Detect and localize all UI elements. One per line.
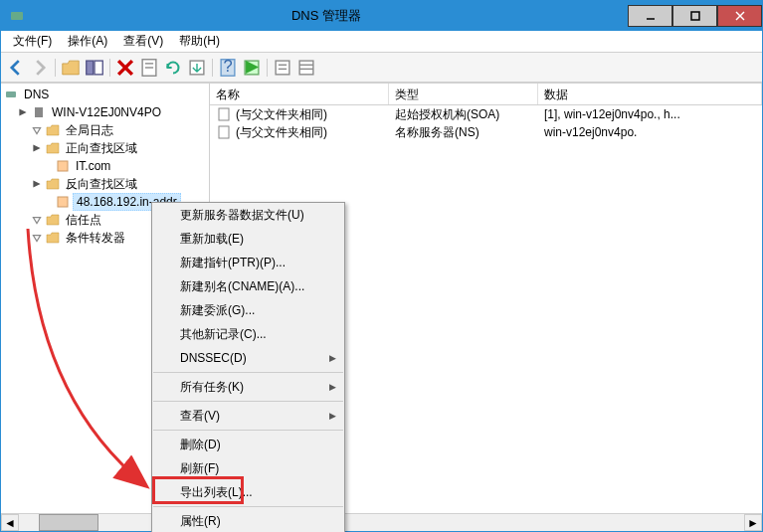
new-record-button[interactable]: ▶ — [241, 57, 263, 79]
cm-new-delegation[interactable]: 新建委派(G)... — [152, 298, 344, 322]
tree-forward-item[interactable]: IT.com — [3, 157, 207, 175]
menubar: 文件(F) 操作(A) 查看(V) 帮助(H) — [1, 31, 762, 53]
expander-icon[interactable] — [31, 178, 43, 190]
back-button[interactable] — [5, 57, 27, 79]
cell-type: 起始授权机构(SOA) — [389, 105, 538, 124]
tree-global-log[interactable]: 全局日志 — [3, 121, 207, 139]
toolbar-separator — [55, 59, 56, 77]
window-control-buttons — [628, 6, 762, 27]
cm-delete[interactable]: 删除(D) — [152, 433, 344, 456]
tree-label: 信任点 — [63, 211, 104, 230]
tree-label: 全局日志 — [63, 121, 116, 140]
list-row[interactable]: (与父文件夹相同) 名称服务器(NS) win-v12ej0nv4po. — [210, 123, 762, 141]
expander-icon[interactable] — [31, 214, 43, 226]
expander-icon[interactable] — [31, 232, 43, 244]
svg-rect-25 — [58, 161, 68, 171]
list-button[interactable] — [295, 57, 317, 79]
minimize-button[interactable] — [628, 5, 672, 27]
scroll-left-button[interactable]: ◄ — [1, 514, 19, 531]
delete-button[interactable] — [114, 57, 136, 79]
show-hide-tree-button[interactable] — [84, 57, 105, 79]
menu-help[interactable]: 帮助(H) — [171, 31, 228, 52]
column-name[interactable]: 名称 — [210, 84, 389, 104]
tree-label: WIN-V12EJ0NV4PO — [49, 104, 164, 120]
cm-all-tasks[interactable]: 所有任务(K) — [152, 375, 344, 399]
tree-label: 反向查找区域 — [63, 175, 140, 194]
svg-text:?: ? — [223, 57, 232, 75]
list-row[interactable]: (与父文件夹相同) 起始授权机构(SOA) [1], win-v12ej0nv4… — [210, 105, 762, 123]
folder-icon — [45, 122, 61, 138]
svg-rect-5 — [87, 61, 94, 75]
cm-new-ptr[interactable]: 新建指针(PTR)(P)... — [152, 251, 344, 274]
svg-rect-28 — [219, 126, 229, 138]
cm-separator — [153, 372, 343, 373]
svg-text:▶: ▶ — [246, 57, 260, 75]
svg-rect-24 — [35, 107, 43, 117]
forward-button[interactable] — [29, 57, 51, 79]
cell-name: (与父文件夹相同) — [210, 123, 389, 142]
tree-forward-zone[interactable]: 正向查找区域 — [3, 139, 207, 157]
dns-manager-window: DNS 管理器 文件(F) 操作(A) 查看(V) 帮助(H) ? ▶ — [0, 0, 763, 532]
list-header: 名称 类型 数据 — [210, 84, 762, 105]
zone-icon — [55, 194, 71, 210]
menu-view[interactable]: 查看(V) — [115, 31, 171, 52]
filter-button[interactable] — [272, 57, 293, 79]
svg-rect-6 — [95, 61, 102, 75]
expander-icon[interactable] — [31, 142, 43, 154]
cm-view[interactable]: 查看(V) — [152, 404, 344, 428]
cm-separator — [153, 430, 343, 431]
tree-label: 正向查找区域 — [63, 139, 140, 158]
tree-reverse-zone[interactable]: 反向查找区域 — [3, 175, 207, 193]
cell-name: (与父文件夹相同) — [210, 105, 389, 124]
menu-file[interactable]: 文件(F) — [5, 31, 60, 52]
folder-icon — [45, 230, 61, 246]
cm-reload[interactable]: 重新加载(E) — [152, 227, 344, 251]
up-folder-button[interactable] — [60, 57, 82, 79]
export-button[interactable] — [186, 57, 208, 79]
tree-root-dns[interactable]: DNS — [3, 86, 207, 103]
svg-rect-17 — [276, 61, 289, 75]
tree-label: IT.com — [73, 158, 113, 174]
help-button[interactable]: ? — [217, 57, 239, 79]
column-type[interactable]: 类型 — [389, 84, 538, 104]
toolbar-separator — [267, 59, 268, 77]
tree-server[interactable]: WIN-V12EJ0NV4PO — [3, 103, 207, 121]
svg-rect-26 — [58, 197, 68, 207]
cm-export-list[interactable]: 导出列表(L)... — [152, 480, 344, 504]
scroll-right-button[interactable]: ► — [744, 514, 762, 531]
record-icon — [216, 124, 232, 140]
cell-type: 名称服务器(NS) — [389, 123, 538, 142]
cm-refresh[interactable]: 刷新(F) — [152, 456, 344, 480]
refresh-button[interactable] — [162, 57, 184, 79]
column-data[interactable]: 数据 — [538, 84, 762, 104]
cell-text: (与父文件夹相同) — [236, 106, 327, 123]
cm-update-data[interactable]: 更新服务器数据文件(U) — [152, 203, 344, 227]
context-menu: 更新服务器数据文件(U) 重新加载(E) 新建指针(PTR)(P)... 新建别… — [151, 202, 345, 532]
content-area: DNS WIN-V12EJ0NV4PO 全局日志 正向查找区域 — [1, 83, 762, 531]
cm-separator — [153, 401, 343, 402]
toolbar-separator — [212, 59, 213, 77]
tree-label: 条件转发器 — [63, 229, 128, 248]
window-title: DNS 管理器 — [25, 7, 628, 25]
maximize-button[interactable] — [672, 5, 717, 27]
folder-icon — [45, 212, 61, 228]
menu-action[interactable]: 操作(A) — [60, 31, 115, 52]
cm-new-cname[interactable]: 新建别名(CNAME)(A)... — [152, 274, 344, 298]
close-button[interactable] — [717, 5, 762, 27]
svg-rect-0 — [11, 12, 23, 20]
cm-dnssec[interactable]: DNSSEC(D) — [152, 346, 344, 370]
properties-button[interactable] — [138, 57, 160, 79]
expander-icon[interactable] — [17, 106, 29, 118]
dns-icon — [3, 87, 19, 102]
cm-properties[interactable]: 属性(R) — [152, 509, 344, 532]
cm-other-records[interactable]: 其他新记录(C)... — [152, 322, 344, 346]
expander-icon[interactable] — [31, 124, 43, 136]
tree-label: DNS — [21, 87, 52, 102]
cell-data: [1], win-v12ej0nv4po., h... — [538, 106, 762, 122]
svg-rect-27 — [219, 108, 229, 120]
folder-icon — [45, 176, 61, 192]
svg-rect-23 — [6, 91, 16, 97]
cell-text: (与父文件夹相同) — [236, 124, 327, 141]
scroll-thumb[interactable] — [39, 514, 98, 531]
toolbar-separator — [109, 59, 110, 77]
